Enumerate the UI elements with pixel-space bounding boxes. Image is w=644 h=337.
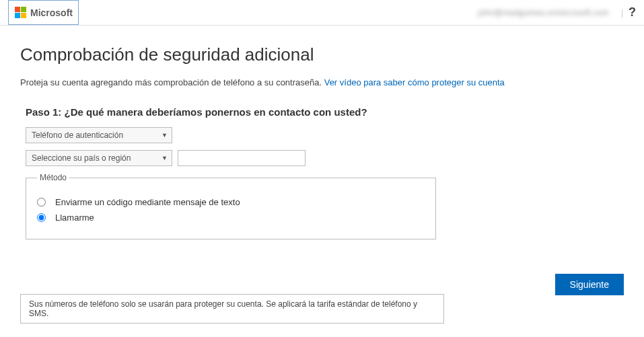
radio-sms[interactable] xyxy=(37,198,46,207)
brand-text: Microsoft xyxy=(30,7,73,18)
header-right: john@madguinea.onmicrosoft.com | ? xyxy=(478,5,636,20)
chevron-down-icon: ▼ xyxy=(162,155,168,161)
disclaimer-box: Sus números de teléfono solo se usarán p… xyxy=(20,294,444,324)
page-title: Comprobación de seguridad adicional xyxy=(20,44,624,65)
radio-call-label: Llamarme xyxy=(55,213,94,223)
divider: | xyxy=(621,8,623,17)
header-bar: Microsoft john@madguinea.onmicrosoft.com… xyxy=(0,0,644,26)
microsoft-logo-icon xyxy=(14,7,26,19)
brand-area: Microsoft xyxy=(8,0,79,25)
chevron-down-icon: ▼ xyxy=(162,132,168,139)
user-email: john@madguinea.onmicrosoft.com xyxy=(478,8,609,17)
country-phone-row: Seleccione su país o región ▼ xyxy=(26,150,624,166)
radio-call[interactable] xyxy=(37,213,46,222)
country-select-value: Seleccione su país o región xyxy=(32,153,131,163)
method-legend: Método xyxy=(37,173,69,182)
contact-method-select[interactable]: Teléfono de autenticación ▼ xyxy=(26,127,172,143)
main-content: Comprobación de seguridad adicional Prot… xyxy=(0,26,644,337)
help-icon[interactable]: ? xyxy=(629,5,636,20)
country-select[interactable]: Seleccione su país o región ▼ xyxy=(26,150,172,166)
method-fieldset: Método Enviarme un código mediante mensa… xyxy=(26,173,436,239)
intro-plain: Proteja su cuenta agregando más comproba… xyxy=(20,77,324,87)
radio-call-row[interactable]: Llamarme xyxy=(37,213,425,223)
radio-sms-label: Enviarme un código mediante mensaje de t… xyxy=(55,197,240,207)
intro-video-link[interactable]: Ver vídeo para saber cómo proteger su cu… xyxy=(324,77,505,87)
intro-text: Proteja su cuenta agregando más comproba… xyxy=(20,77,624,87)
phone-input[interactable] xyxy=(178,150,306,166)
contact-method-value: Teléfono de autenticación xyxy=(32,130,123,140)
radio-sms-row[interactable]: Enviarme un código mediante mensaje de t… xyxy=(37,197,425,207)
next-button[interactable]: Siguiente xyxy=(555,274,624,295)
step1-label: Paso 1: ¿De qué manera deberíamos ponern… xyxy=(26,106,624,118)
contact-method-row: Teléfono de autenticación ▼ xyxy=(26,127,624,143)
